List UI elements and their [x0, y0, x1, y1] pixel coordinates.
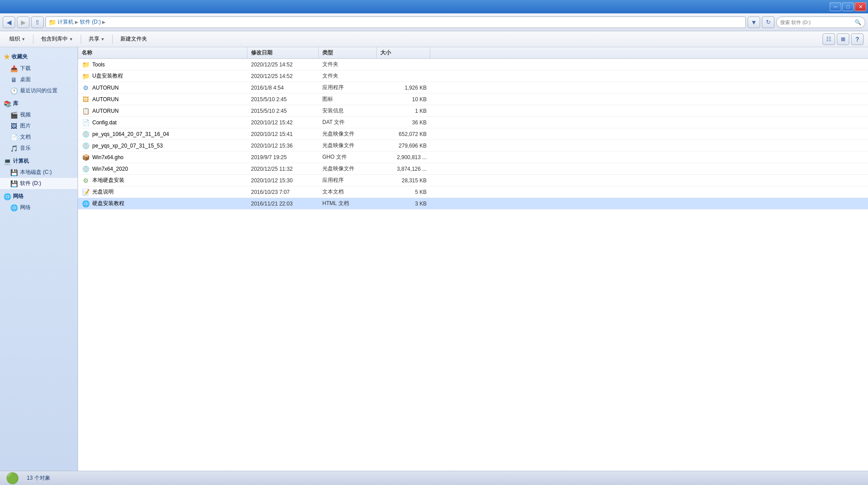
- sidebar-item-network[interactable]: 🌐 网络: [0, 202, 78, 213]
- recent-icon: 🕐: [10, 87, 18, 95]
- sidebar-item-picture[interactable]: 🖼 图片: [0, 120, 78, 132]
- favorites-header[interactable]: ★ 收藏夹: [0, 51, 78, 63]
- file-size-cell: 3,874,126 ...: [377, 163, 430, 174]
- sidebar-item-download[interactable]: 📥 下载: [0, 63, 78, 74]
- table-row[interactable]: 🖼 AUTORUN 2015/5/10 2:45 图标 10 KB: [78, 94, 868, 105]
- sidebar-item-drive-c[interactable]: 💾 本地磁盘 (C:): [0, 167, 78, 178]
- file-type-cell: 应用程序: [319, 175, 377, 186]
- file-date-cell: 2015/5/10 2:45: [247, 105, 319, 116]
- view-toggle-button[interactable]: ▦: [837, 33, 849, 45]
- file-date-cell: 2016/1/8 4:54: [247, 82, 319, 93]
- statusbar: 🟢 13 个对象: [0, 471, 868, 485]
- file-name: Config.dat: [92, 119, 117, 126]
- file-type-cell: 文件夹: [319, 70, 377, 82]
- sidebar-item-music[interactable]: 🎵 音乐: [0, 143, 78, 154]
- file-name-cell: 🖼 AUTORUN: [78, 94, 247, 105]
- computer-header[interactable]: 💻 计算机: [0, 156, 78, 167]
- sidebar-item-recent[interactable]: 🕐 最近访问的位置: [0, 85, 78, 96]
- file-icon: 📝: [82, 188, 90, 196]
- file-list-header: 名称 修改日期 类型 大小: [78, 47, 868, 59]
- titlebar: ─ □ ✕: [0, 0, 868, 13]
- table-row[interactable]: 💿 pe_yqs_1064_20_07_31_16_04 2020/10/12 …: [78, 128, 868, 140]
- refresh-button[interactable]: ↻: [762, 16, 774, 28]
- file-name: Win7x64_2020: [92, 166, 128, 172]
- file-type-cell: 光盘映像文件: [319, 140, 377, 151]
- file-name: pe_yqs_1064_20_07_31_16_04: [92, 131, 169, 137]
- music-icon: 🎵: [10, 145, 18, 152]
- maximize-button[interactable]: □: [842, 2, 854, 11]
- sidebar-item-drive-d[interactable]: 💾 软件 (D:): [0, 178, 78, 189]
- file-icon: 🌐: [82, 200, 90, 208]
- file-size-cell: 36 KB: [377, 117, 430, 128]
- file-name-cell: 📄 Config.dat: [78, 117, 247, 128]
- col-header-date[interactable]: 修改日期: [247, 47, 319, 58]
- table-row[interactable]: 📦 Win7x64.gho 2019/9/7 19:25 GHO 文件 2,90…: [78, 152, 868, 163]
- library-section: 📚 库 🎬 视频 🖼 图片 📄 文档 🎵 音乐: [0, 98, 78, 154]
- close-button[interactable]: ✕: [855, 2, 866, 11]
- search-icon: 🔍: [855, 19, 861, 25]
- organize-button[interactable]: 组织 ▼: [4, 33, 30, 45]
- toolbar-separator-3: [112, 35, 113, 44]
- table-row[interactable]: 📁 U盘安装教程 2020/12/25 14:52 文件夹: [78, 70, 868, 82]
- addressbar: ◀ ▶ ⇧ 📁 计算机 ▶ 软件 (D:) ▶ ▼ ↻ 🔍: [0, 13, 868, 31]
- file-name-cell: 📁 U盘安装教程: [78, 70, 247, 82]
- table-row[interactable]: 🌐 硬盘安装教程 2016/11/21 22:03 HTML 文档 3 KB: [78, 198, 868, 210]
- new-folder-button[interactable]: 新建文件夹: [115, 33, 152, 45]
- file-icon: 📋: [82, 107, 90, 115]
- table-row[interactable]: 📁 Tools 2020/12/25 14:52 文件夹: [78, 59, 868, 70]
- view-options-button[interactable]: ☷: [823, 33, 835, 45]
- network-group-icon: 🌐: [4, 193, 11, 200]
- file-size-cell: [377, 59, 430, 70]
- sidebar-item-document[interactable]: 📄 文档: [0, 132, 78, 143]
- network-header[interactable]: 🌐 网络: [0, 191, 78, 202]
- file-type-cell: DAT 文件: [319, 117, 377, 128]
- breadcrumb-sep-1: ▶: [75, 20, 78, 25]
- table-row[interactable]: 💿 Win7x64_2020 2020/12/25 11:32 光盘映像文件 3…: [78, 163, 868, 175]
- breadcrumb-drive[interactable]: 软件 (D:): [80, 18, 101, 26]
- network-section: 🌐 网络 🌐 网络: [0, 191, 78, 213]
- col-header-name[interactable]: 名称: [78, 47, 247, 58]
- back-button[interactable]: ◀: [3, 16, 15, 28]
- file-size-cell: 279,696 KB: [377, 140, 430, 151]
- table-row[interactable]: 💿 pe_yqs_xp_20_07_31_15_53 2020/10/12 15…: [78, 140, 868, 152]
- file-icon: 💿: [82, 165, 90, 173]
- search-input[interactable]: [780, 20, 853, 25]
- file-date-cell: 2020/10/12 15:42: [247, 117, 319, 128]
- sidebar-item-desktop[interactable]: 🖥 桌面: [0, 74, 78, 85]
- organize-dropdown-arrow: ▼: [21, 37, 25, 41]
- table-row[interactable]: 📝 光盘说明 2016/10/23 7:07 文本文档 5 KB: [78, 186, 868, 198]
- dropdown-button[interactable]: ▼: [748, 16, 760, 28]
- network-icon: 🌐: [10, 204, 18, 211]
- table-row[interactable]: ⚙ 本地硬盘安装 2020/10/12 15:30 应用程序 28,315 KB: [78, 175, 868, 186]
- file-type-cell: 图标: [319, 94, 377, 105]
- file-icon: 📁: [82, 61, 90, 69]
- file-list: 📁 Tools 2020/12/25 14:52 文件夹 📁 U盘安装教程 20…: [78, 59, 868, 471]
- main-layout: ★ 收藏夹 📥 下载 🖥 桌面 🕐 最近访问的位置 📚 库: [0, 47, 868, 471]
- forward-button[interactable]: ▶: [17, 16, 29, 28]
- minimize-button[interactable]: ─: [830, 2, 841, 11]
- sidebar: ★ 收藏夹 📥 下载 🖥 桌面 🕐 最近访问的位置 📚 库: [0, 47, 78, 471]
- library-header[interactable]: 📚 库: [0, 98, 78, 109]
- col-header-size[interactable]: 大小: [377, 47, 430, 58]
- computer-section: 💻 计算机 💾 本地磁盘 (C:) 💾 软件 (D:): [0, 156, 78, 189]
- table-row[interactable]: ⚙ AUTORUN 2016/1/8 4:54 应用程序 1,926 KB: [78, 82, 868, 94]
- titlebar-buttons: ─ □ ✕: [830, 2, 866, 11]
- table-row[interactable]: 📄 Config.dat 2020/10/12 15:42 DAT 文件 36 …: [78, 117, 868, 128]
- breadcrumb: 📁 计算机 ▶ 软件 (D:) ▶: [45, 16, 746, 28]
- file-size-cell: 652,072 KB: [377, 128, 430, 140]
- file-date-cell: 2015/5/10 2:45: [247, 94, 319, 105]
- file-type-cell: HTML 文档: [319, 198, 377, 209]
- file-name-cell: 💿 Win7x64_2020: [78, 163, 247, 174]
- up-button[interactable]: ⇧: [31, 16, 44, 28]
- file-size-cell: 5 KB: [377, 186, 430, 197]
- include-dropdown-arrow: ▼: [69, 37, 73, 41]
- include-button[interactable]: 包含到库中 ▼: [36, 33, 78, 45]
- sidebar-item-video[interactable]: 🎬 视频: [0, 109, 78, 120]
- breadcrumb-computer[interactable]: 计算机: [58, 18, 74, 26]
- toolbar-separator-1: [33, 35, 33, 44]
- table-row[interactable]: 📋 AUTORUN 2015/5/10 2:45 安装信息 1 KB: [78, 105, 868, 117]
- col-header-type[interactable]: 类型: [319, 47, 377, 58]
- document-icon: 📄: [10, 134, 18, 141]
- help-button[interactable]: ?: [851, 33, 864, 45]
- share-button[interactable]: 共享 ▼: [84, 33, 110, 45]
